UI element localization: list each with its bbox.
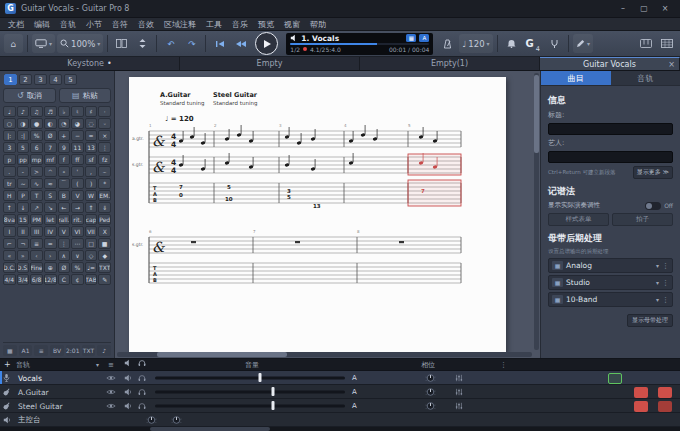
palette-symbol[interactable]: 9 [58, 142, 71, 153]
palette-symbol[interactable]: ♮ [71, 106, 84, 117]
palette-symbol[interactable]: ↑ [3, 202, 16, 213]
mixer-scrollbar[interactable] [0, 427, 680, 431]
master-knob-2[interactable] [170, 414, 183, 425]
view-mode-button[interactable]: ▾ [32, 34, 55, 53]
palette-symbol[interactable]: ≡ [30, 238, 43, 249]
palette-symbol[interactable]: II [17, 226, 30, 237]
volume-slider-handle[interactable] [258, 373, 261, 382]
palette-symbol[interactable]: P [17, 190, 30, 201]
pan-knob[interactable] [424, 386, 437, 397]
palette-symbol[interactable]: ♪ [17, 106, 30, 117]
automation-badge[interactable]: A [352, 388, 357, 396]
go-to-start-button[interactable] [210, 34, 229, 53]
score-horizontal-scrollbar[interactable] [117, 352, 532, 357]
palette-symbol[interactable]: ◆ [98, 250, 111, 261]
palette-symbol[interactable]: Fine [30, 262, 43, 273]
menu-item[interactable]: 区域注释 [159, 18, 201, 31]
palette-symbol[interactable]: ⋮ [98, 142, 111, 153]
palette-symbol[interactable]: ◑ [17, 118, 30, 129]
palette-symbol[interactable]: ' [71, 166, 84, 177]
palette-symbol[interactable]: sf [85, 154, 98, 165]
eq-icon[interactable] [455, 402, 463, 410]
palette-symbol[interactable]: , [85, 166, 98, 177]
track-row[interactable]: 主控台 [0, 413, 680, 427]
palette-symbol[interactable]: ∘ [58, 166, 71, 177]
vertical-scroll-thumb[interactable] [534, 75, 539, 153]
palette-symbol[interactable]: ( [71, 178, 84, 189]
voice-button[interactable]: 3 [34, 74, 47, 85]
maximize-button[interactable]: ▢ [634, 2, 654, 16]
palette-symbol[interactable]: 3 [3, 142, 16, 153]
palette-symbol[interactable]: ¢ [71, 274, 84, 285]
palette-symbol[interactable]: ~ [17, 178, 30, 189]
palette-symbol[interactable]: EM. [98, 190, 111, 201]
volume-slider[interactable] [155, 376, 345, 379]
scroll-direction-button[interactable] [133, 34, 152, 53]
count-in-button[interactable] [502, 34, 521, 53]
score-tab[interactable]: Empty(1) [360, 57, 540, 70]
automation-badge[interactable]: A [352, 402, 357, 410]
palette-symbol[interactable]: % [71, 262, 84, 273]
palette-symbol[interactable]: ◦ [98, 118, 111, 129]
palette-symbol[interactable]: > [30, 166, 43, 177]
palette-symbol[interactable]: « [3, 250, 16, 261]
menu-item[interactable]: 音符 [107, 18, 133, 31]
mastering-preset-row[interactable]: ▦10-Band▾⋮ [548, 292, 673, 307]
palette-symbol[interactable]: ○ [3, 118, 16, 129]
palette-symbol[interactable]: 8va [3, 214, 16, 225]
home-button[interactable]: ⌂ [4, 34, 23, 53]
palette-symbol[interactable]: 6 [30, 142, 43, 153]
palette-symbol[interactable]: B [58, 190, 71, 201]
palette-symbol[interactable]: ✎ [98, 274, 111, 285]
volume-slider-handle[interactable] [271, 401, 274, 410]
palette-symbol[interactable]: |: [3, 130, 16, 141]
palette-symbol[interactable]: › [44, 250, 57, 261]
palette-symbol[interactable]: ♭ [58, 106, 71, 117]
solo-headphones-icon[interactable] [138, 402, 146, 410]
palette-symbol[interactable]: ■ [98, 238, 111, 249]
playback-display[interactable]: 1. Vocals ▦ A 1/2 4.1/25:4.0 00:01 / 00:… [286, 33, 433, 55]
palette-symbol[interactable]: 13 [85, 142, 98, 153]
zoom-control[interactable]: 100% ▾ [57, 34, 103, 53]
palette-symbol[interactable]: ♩= [85, 262, 98, 273]
volume-slider-handle[interactable] [271, 387, 274, 396]
chevron-down-icon[interactable]: ▾ [96, 359, 99, 371]
menu-item[interactable]: 音乐 [227, 18, 253, 31]
palette-symbol[interactable]: rit. [71, 214, 84, 225]
pan-knob[interactable] [424, 400, 437, 411]
eq-icon[interactable] [455, 374, 463, 382]
palette-symbol[interactable]: :| [17, 130, 30, 141]
palette-symbol[interactable]: ∨ [71, 250, 84, 261]
palette-symbol[interactable]: ⋯ [71, 238, 84, 249]
score-page[interactable]: A.GuitarStandard tuningSteel GuitarStand… [129, 77, 506, 352]
palette-symbol[interactable]: ff [71, 154, 84, 165]
palette-tab[interactable]: A1 [19, 345, 33, 356]
palette-symbol[interactable]: H [3, 190, 16, 201]
mastering-preset-row[interactable]: ▦Studio▾⋮ [548, 275, 673, 290]
palette-symbol[interactable]: ♯ [85, 106, 98, 117]
palette-symbol[interactable]: ♫ [30, 106, 43, 117]
palette-symbol[interactable]: W [85, 190, 98, 201]
rewind-button[interactable] [231, 34, 250, 53]
palette-symbol[interactable]: ♬ [44, 106, 57, 117]
palette-symbol[interactable]: − [71, 130, 84, 141]
palette-symbol[interactable]: tr [3, 178, 16, 189]
palette-symbol[interactable]: ‹ [30, 250, 43, 261]
palette-symbol[interactable]: p [3, 154, 16, 165]
minimize-button[interactable]: – [613, 2, 633, 16]
play-button[interactable] [255, 32, 278, 55]
palette-symbol[interactable]: IV [44, 226, 57, 237]
add-track-button[interactable]: + [4, 359, 11, 371]
palette-symbol[interactable]: D.S. [17, 262, 30, 273]
palette-symbol[interactable]: I [3, 226, 16, 237]
show-mastering-button[interactable]: 显示母带处理 [627, 314, 673, 327]
palette-symbol[interactable]: ⌒ [58, 178, 71, 189]
beats-button[interactable]: 拍子 [612, 213, 673, 226]
mastering-preset-row[interactable]: ▦Analog▾⋮ [548, 258, 673, 273]
chevron-down-icon[interactable]: ▾ [656, 262, 659, 269]
palette-symbol[interactable]: ⌐ [3, 238, 16, 249]
paste-button[interactable]: ▤ 粘贴 [59, 88, 112, 103]
chevron-down-icon[interactable]: ▾ [656, 279, 659, 286]
menu-item[interactable]: 工具 [201, 18, 227, 31]
palette-symbol[interactable]: C [58, 274, 71, 285]
